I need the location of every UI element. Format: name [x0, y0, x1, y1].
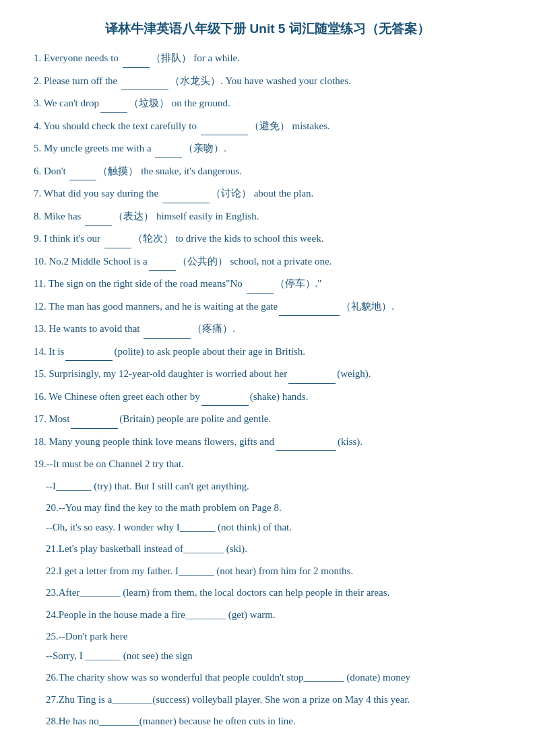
item-number: 5. — [34, 143, 41, 153]
blank-15 — [288, 366, 336, 384]
list-item: 11. The sign on the right side of the ro… — [34, 275, 501, 294]
item-number: 3. — [34, 98, 41, 108]
blank-12 — [279, 298, 340, 316]
blank-17 — [71, 411, 118, 429]
list-item: 6. Don't （触摸） the snake, it's dangerous. — [34, 163, 501, 181]
list-item: 17. Most (Britain) people are polite and… — [34, 411, 501, 429]
item-number: 16. — [34, 391, 46, 402]
blank-3 — [100, 95, 127, 113]
blank-14 — [65, 343, 113, 362]
item-27: 27.Zhu Ting is a________(success) volley… — [46, 691, 501, 709]
blank-10 — [149, 253, 176, 271]
list-item: 13. He wants to avoid that （疼痛）. — [34, 320, 501, 339]
item-number: 19. — [34, 458, 46, 469]
list-item: 12. The man has good manners, and he is … — [34, 298, 501, 316]
blank-5 — [155, 140, 182, 158]
item-number: 13. — [34, 323, 46, 334]
list-item: 14. It is (polite) to ask people about t… — [34, 343, 501, 362]
item-25a: 25.--Don't park here — [46, 628, 501, 646]
list-item: 8. Mike has （表达） himself easily in Engli… — [34, 208, 501, 226]
blank-2 — [121, 73, 168, 91]
item-number: 7. — [34, 188, 41, 199]
item-number: 2. — [34, 75, 41, 86]
item-number: 18. — [34, 436, 46, 447]
item-20b: --Oh, it's so easy. I wonder why I______… — [46, 519, 501, 537]
item-number: 4. — [34, 121, 41, 131]
list-item: 4. You should check the text carefully t… — [34, 118, 501, 136]
item-number: 17. — [34, 413, 46, 424]
exercise-list: 1. Everyone needs to （排队） for a while. 2… — [34, 50, 501, 473]
list-item: 3. We can't drop （垃圾） on the ground. — [34, 95, 501, 113]
item-number: 1. — [34, 53, 41, 63]
list-item: 10. No.2 Middle School is a （公共的） school… — [34, 253, 501, 271]
item-number: 14. — [34, 346, 46, 357]
list-item: 5. My uncle greets me with a （亲吻）. — [34, 140, 501, 158]
blank-8 — [85, 208, 112, 226]
blank-7 — [162, 185, 210, 203]
item-24: 24.People in the house made a fire______… — [46, 607, 501, 624]
item-number: 12. — [34, 301, 46, 312]
list-item: 1. Everyone needs to （排队） for a while. — [34, 50, 501, 68]
item-number: 9. — [34, 233, 41, 244]
item-number: 15. — [34, 368, 46, 379]
item-number: 6. — [34, 166, 41, 176]
item-28: 28.He has no________(manner) because he … — [46, 713, 501, 730]
blank-16 — [201, 388, 249, 407]
blank-18 — [276, 434, 336, 452]
item-26: 26.The charity show was so wonderful tha… — [46, 669, 501, 687]
blank-1 — [123, 50, 150, 68]
item-22: 22.I get a letter from my father. I_____… — [46, 563, 501, 580]
list-item: 16. We Chinese often greet each other by… — [34, 388, 501, 407]
item-23: 23.After________ (learn) from them, the … — [46, 584, 501, 602]
item-25b: --Sorry, I _______ (not see) the sign — [46, 648, 501, 665]
blank-9 — [104, 230, 131, 248]
item-number: 11. — [34, 278, 46, 289]
item-21: 21.Let's play basketball instead of_____… — [46, 541, 501, 558]
list-item: 19.--It must be on Channel 2 try that. — [34, 456, 501, 473]
list-item: 7. What did you say during the （讨论） abou… — [34, 185, 501, 203]
blank-4 — [201, 118, 248, 136]
dialog-19: --I_______ (try) that. But I still can't… — [46, 478, 501, 495]
item-20a: 20.--You may find the key to the math pr… — [46, 500, 501, 517]
list-item: 18. Many young people think love means f… — [34, 434, 501, 452]
page-title: 译林牛津英语八年级下册 Unit 5 词汇随堂练习（无答案） — [34, 20, 501, 38]
item-number: 8. — [34, 211, 41, 221]
blank-11 — [247, 275, 274, 294]
blank-6 — [69, 163, 96, 181]
list-item: 15. Surprisingly, my 12-year-old daughte… — [34, 366, 501, 384]
item-number: 10. — [34, 256, 46, 267]
list-item: 2. Please turn off the （水龙头）. You have w… — [34, 73, 501, 91]
list-item: 9. I think it's our （轮次） to drive the ki… — [34, 230, 501, 248]
blank-13 — [144, 320, 191, 339]
